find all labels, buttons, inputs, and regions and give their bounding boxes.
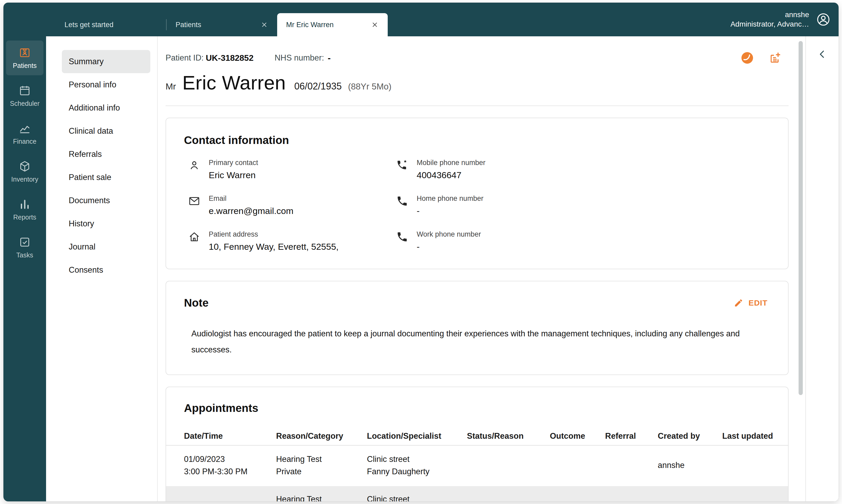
subnav-label: Consents (69, 265, 103, 275)
field-label: Primary contact (209, 159, 258, 167)
cell-location-specialist: Clinic street (367, 493, 467, 501)
field-value: - (417, 241, 481, 252)
subnav-label: Referrals (69, 149, 102, 159)
user-name: annshe (730, 10, 809, 19)
patient-subnav: Summary Personal info Additional info Cl… (46, 36, 158, 501)
field-value: e.warren@gmail.com (209, 206, 293, 216)
tab-label: Patients (176, 21, 255, 29)
field-primary-contact: Primary contact Eric Warren (184, 159, 392, 180)
tab-mr-eric-warren[interactable]: Mr Eric Warren (277, 13, 388, 36)
patient-title: Mr (165, 81, 176, 92)
person-icon (188, 159, 200, 171)
subnav-item-clinical-data[interactable]: Clinical data (62, 120, 150, 143)
sidebar-item-inventory[interactable]: Inventory (6, 154, 43, 189)
field-label: Work phone number (417, 230, 481, 238)
brand-logo-icon (741, 52, 753, 64)
table-row[interactable]: Hearing Test Clinic street (166, 486, 788, 501)
patient-id-value: UK-3182852 (206, 53, 253, 63)
subnav-label: Documents (69, 196, 110, 205)
field-work-phone: Work phone number - (392, 230, 770, 252)
header-divider (165, 106, 789, 106)
column-header: Reason/Category (276, 431, 367, 441)
subnav-label: Additional info (69, 103, 120, 113)
card-title: Appointments (166, 402, 788, 415)
close-icon[interactable] (371, 21, 379, 29)
badge-icon (19, 47, 31, 59)
sidebar-item-label: Scheduler (10, 100, 40, 107)
account-circle-icon[interactable] (816, 12, 831, 27)
subnav-item-documents[interactable]: Documents (62, 189, 150, 212)
patient-name: Eric Warren (182, 72, 286, 94)
sidebar-item-label: Finance (13, 138, 37, 145)
phone-icon (396, 231, 408, 243)
phone-icon (396, 195, 408, 207)
contact-grid: Primary contact Eric Warren Email (184, 159, 770, 252)
vertical-scrollbar (796, 36, 805, 501)
phone-star-icon (396, 159, 408, 171)
appointments-card: Appointments Date/Time Reason/Category L… (165, 386, 789, 501)
sidebar-item-finance[interactable]: Finance (6, 116, 43, 151)
subnav-item-summary[interactable]: Summary (62, 50, 150, 73)
column-header: Status/Reason (467, 431, 550, 441)
subnav-item-consents[interactable]: Consents (62, 258, 150, 282)
chevron-left-icon[interactable] (817, 49, 828, 60)
app-window: Lets get started Patients Mr Eric Warren… (3, 3, 839, 501)
sidebar-item-scheduler[interactable]: Scheduler (6, 78, 43, 113)
subnav-label: Patient sale (69, 173, 111, 182)
field-mobile-phone: Mobile phone number 400436647 (392, 159, 770, 180)
column-header: Location/Specialist (367, 431, 467, 441)
subnav-item-history[interactable]: History (62, 212, 150, 235)
cell-location-specialist: Clinic street Fanny Daugherty (367, 453, 467, 478)
subnav-label: Journal (69, 242, 95, 252)
column-header: Date/Time (184, 431, 276, 441)
field-label: Home phone number (417, 195, 484, 203)
subnav-item-journal[interactable]: Journal (62, 235, 150, 258)
subnav-item-patient-sale[interactable]: Patient sale (62, 166, 150, 189)
patient-id-row: Patient ID: UK-3182852 NHS number: - (165, 52, 789, 64)
cell-reason-category: Hearing Test Private (276, 453, 367, 478)
field-label: Email (209, 195, 293, 203)
note-header: Note EDIT (184, 296, 770, 309)
tab-patients[interactable]: Patients (167, 13, 277, 36)
line-chart-icon (19, 122, 31, 134)
field-value: 400436647 (417, 170, 485, 180)
field-value: Eric Warren (209, 170, 258, 180)
subnav-item-additional-info[interactable]: Additional info (62, 96, 150, 120)
user-role: Administrator, Advanc… (730, 19, 809, 29)
task-check-icon (19, 236, 31, 248)
patient-id-label: Patient ID: (165, 53, 204, 62)
subnav-item-personal-info[interactable]: Personal info (62, 73, 150, 96)
field-home-phone: Home phone number - (392, 195, 770, 216)
subnav-label: Personal info (69, 80, 117, 89)
field-patient-address: Patient address 10, Fenney Way, Everett,… (184, 230, 392, 252)
scrollbar-thumb[interactable] (799, 41, 803, 395)
patient-age: (88Yr 5Mo) (348, 82, 391, 92)
cell-created-by: annshe (658, 461, 722, 470)
field-email: Email e.warren@gmail.com (184, 195, 392, 216)
nhs-number-label: NHS number: (274, 53, 324, 62)
field-value: 10, Fenney Way, Everett, 52555, (209, 241, 339, 252)
cell-reason-category: Hearing Test (276, 493, 367, 501)
calendar-icon (19, 85, 31, 96)
main-content: Patient ID: UK-3182852 NHS number: - (158, 36, 796, 501)
close-icon[interactable] (260, 21, 268, 29)
patient-name-row: Mr Eric Warren 06/02/1935 (88Yr 5Mo) (165, 72, 789, 94)
card-title: Contact information (184, 134, 770, 147)
subnav-label: Summary (69, 57, 104, 66)
sidebar-item-patients[interactable]: Patients (6, 40, 43, 75)
column-header: Referral (605, 431, 658, 441)
sidebar-item-reports[interactable]: Reports (6, 192, 43, 227)
tab-lets-get-started[interactable]: Lets get started (56, 13, 166, 36)
subnav-item-referrals[interactable]: Referrals (62, 143, 150, 166)
edit-note-button[interactable]: EDIT (734, 298, 770, 308)
sidebar-item-label: Inventory (11, 176, 38, 183)
table-row[interactable]: 01/09/2023 3:00 PM-3:30 PM Hearing Test … (166, 446, 788, 486)
sidebar-item-tasks[interactable]: Tasks (6, 230, 43, 265)
field-value: - (417, 206, 484, 216)
add-note-icon[interactable] (769, 52, 781, 64)
email-icon (188, 195, 200, 207)
user-box: annshe Administrator, Advanc… (730, 3, 831, 36)
cell-date-time: 01/09/2023 3:00 PM-3:30 PM (184, 453, 276, 478)
tab-label: Lets get started (65, 21, 157, 29)
sidebar-item-label: Reports (13, 213, 36, 221)
